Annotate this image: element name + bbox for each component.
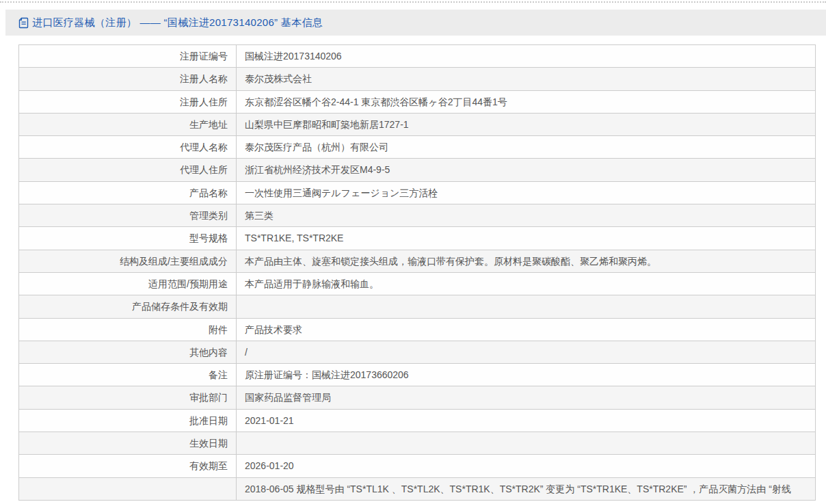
row-label: 生效日期 (19, 432, 237, 455)
row-label: 有效期至 (19, 455, 237, 477)
table-row: 型号规格TS*TR1KE, TS*TR2KE (19, 227, 816, 250)
table-row: 有效期至2026-01-20 (19, 455, 816, 477)
table-row: 代理人名称泰尔茂医疗产品（杭州）有限公司 (19, 136, 816, 159)
table-row: 注册人住所东京都涩谷区幡个谷2-44-1 東京都渋谷区幡ヶ谷2丁目44番1号 (19, 90, 816, 113)
row-value: 泰尔茂株式会社 (237, 68, 816, 90)
row-value: 浙江省杭州经济技术开发区M4-9-5 (237, 159, 816, 181)
table-row: 结构及组成/主要组成成分本产品由主体、旋塞和锁定接头组成，输液口带有保护套。原材… (19, 250, 816, 272)
document-icon (18, 17, 29, 29)
table-row: 产品储存条件及有效期 (19, 295, 816, 318)
table-row: 代理人住所浙江省杭州经济技术开发区M4-9-5 (19, 159, 816, 181)
row-value: / (237, 341, 816, 363)
row-value: 本产品由主体、旋塞和锁定接头组成，输液口带有保护套。原材料是聚碳酸酯、聚乙烯和聚… (237, 250, 816, 272)
page-title: 进口医疗器械（注册） —— “国械注进20173140206” 基本信息 (32, 16, 323, 29)
row-value (237, 295, 816, 318)
table-row: 审批部门国家药品监督管理局 (19, 386, 816, 409)
section-header: 进口医疗器械（注册） —— “国械注进20173140206” 基本信息 (5, 10, 826, 36)
row-label (19, 477, 237, 500)
row-value: 2026-01-20 (237, 455, 816, 477)
row-value: 产品技术要求 (237, 318, 816, 341)
row-label: 代理人住所 (19, 159, 237, 181)
row-label: 管理类别 (19, 204, 237, 227)
table-row: 产品名称一次性使用三通阀テルフェージョン三方活栓 (19, 181, 816, 204)
registration-info-table: 注册证编号国械注进20173140206注册人名称泰尔茂株式会社注册人住所东京都… (18, 44, 816, 501)
row-label: 适用范围/预期用途 (19, 272, 237, 295)
panel-body: 注册证编号国械注进20173140206注册人名称泰尔茂株式会社注册人住所东京都… (5, 36, 826, 501)
row-value (237, 432, 816, 455)
table-row: 其他内容/ (19, 341, 816, 363)
row-value: 泰尔茂医疗产品（杭州）有限公司 (237, 136, 816, 159)
row-label: 备注 (19, 364, 237, 386)
table-row: 生产地址山梨県中巨摩郡昭和町築地新居1727-1 (19, 113, 816, 135)
row-value: TS*TR1KE, TS*TR2KE (237, 227, 816, 250)
row-label: 产品名称 (19, 181, 237, 204)
row-label: 注册人住所 (19, 90, 237, 113)
row-value: 本产品适用于静脉输液和输血。 (237, 272, 816, 295)
row-value: 一次性使用三通阀テルフェージョン三方活栓 (237, 181, 816, 204)
row-label: 批准日期 (19, 409, 237, 432)
row-value: 国家药品监督管理局 (237, 386, 816, 409)
table-row: 适用范围/预期用途本产品适用于静脉输液和输血。 (19, 272, 816, 295)
row-value: 山梨県中巨摩郡昭和町築地新居1727-1 (237, 113, 816, 135)
page-top-divider (0, 1, 826, 3)
main-panel: 进口医疗器械（注册） —— “国械注进20173140206” 基本信息 注册证… (5, 10, 826, 501)
row-label: 代理人名称 (19, 136, 237, 159)
row-label: 生产地址 (19, 113, 237, 135)
table-row: 批准日期2021-01-21 (19, 409, 816, 432)
table-row: 备注原注册证编号：国械注进20173660206 (19, 364, 816, 386)
table-row: 注册证编号国械注进20173140206 (19, 45, 816, 68)
row-label: 其他内容 (19, 341, 237, 363)
table-row: 附件产品技术要求 (19, 318, 816, 341)
row-label: 注册人名称 (19, 68, 237, 90)
row-label: 产品储存条件及有效期 (19, 295, 237, 318)
row-label: 附件 (19, 318, 237, 341)
row-value: 第三类 (237, 204, 816, 227)
table-row: 2018-06-05 规格型号由 “TS*TL1K 、TS*TL2K、TS*TR… (19, 477, 816, 500)
row-label: 结构及组成/主要组成成分 (19, 250, 237, 272)
row-label: 审批部门 (19, 386, 237, 409)
table-row: 注册人名称泰尔茂株式会社 (19, 68, 816, 90)
table-row: 管理类别第三类 (19, 204, 816, 227)
row-label: 型号规格 (19, 227, 237, 250)
row-value: 东京都涩谷区幡个谷2-44-1 東京都渋谷区幡ヶ谷2丁目44番1号 (237, 90, 816, 113)
table-row: 生效日期 (19, 432, 816, 455)
row-value: 原注册证编号：国械注进20173660206 (237, 364, 816, 386)
row-value: 国械注进20173140206 (237, 45, 816, 68)
row-value: 2018-06-05 规格型号由 “TS*TL1K 、TS*TL2K、TS*TR… (237, 477, 816, 500)
row-value: 2021-01-21 (237, 409, 816, 432)
row-label: 注册证编号 (19, 45, 237, 68)
